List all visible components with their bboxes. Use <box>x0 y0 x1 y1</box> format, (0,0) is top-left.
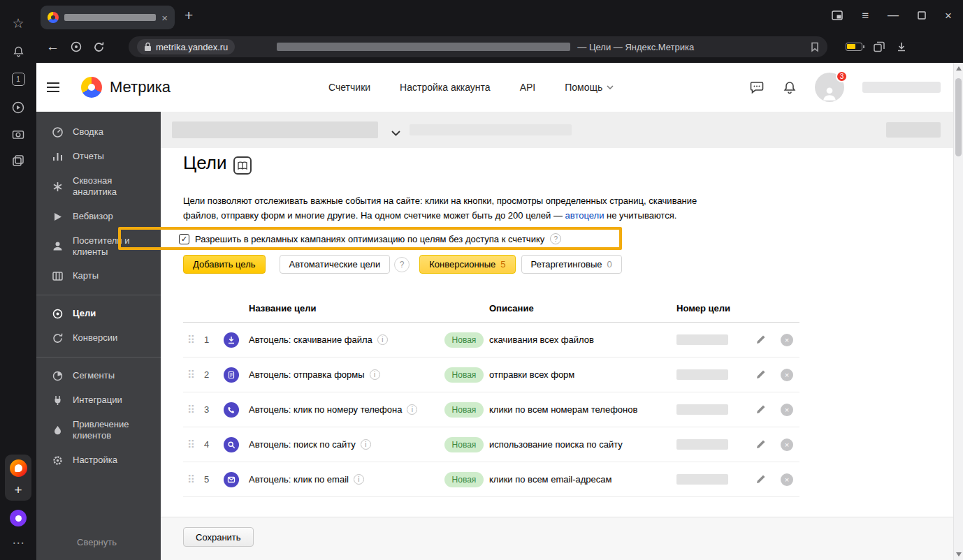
drag-handle-icon[interactable]: ⠿ <box>183 369 195 381</box>
goal-name[interactable]: Автоцель: клик по emaili <box>249 474 439 485</box>
counter-name-redacted[interactable] <box>172 121 378 138</box>
goal-name[interactable]: Автоцель: отправка формыi <box>249 369 439 380</box>
maximize-button[interactable] <box>918 11 926 20</box>
info-icon[interactable]: i <box>361 439 371 450</box>
sidebar-item-webvisor[interactable]: Вебвизор <box>36 205 161 229</box>
tab-close-icon[interactable]: × <box>161 13 168 23</box>
collections-icon[interactable] <box>13 155 24 166</box>
minimize-button[interactable]: — <box>888 9 899 22</box>
drag-handle-icon[interactable]: ⠿ <box>183 473 195 486</box>
hamburger-menu-icon[interactable] <box>46 82 60 93</box>
add-goal-button[interactable]: Добавить цель <box>183 255 266 274</box>
add-panel-button[interactable]: + <box>14 483 22 496</box>
reload-icon[interactable] <box>93 41 105 53</box>
lock-icon[interactable] <box>144 42 152 52</box>
auto-goals-help-icon[interactable]: ? <box>394 257 410 272</box>
video-play-icon[interactable] <box>12 101 24 114</box>
drag-handle-icon[interactable]: ⠿ <box>183 439 195 451</box>
info-icon[interactable]: i <box>370 369 380 380</box>
sidebar-item-reports[interactable]: Отчеты <box>36 145 161 169</box>
goal-name[interactable]: Автоцель: поиск по сайтуi <box>249 439 439 450</box>
auto-goals-button[interactable]: Автоматические цели <box>280 255 391 274</box>
nav-account-settings[interactable]: Настройка аккаунта <box>400 82 491 93</box>
back-button[interactable]: ← <box>46 39 59 54</box>
counter-info-redacted <box>410 124 572 135</box>
info-icon[interactable]: i <box>354 474 364 485</box>
page-title: Цели <box>183 152 227 174</box>
sidebar-item-conversions[interactable]: Конверсии <box>36 326 161 351</box>
counter-extra-redacted[interactable] <box>886 122 941 138</box>
retargeting-goals-tab[interactable]: Ретаргетинговые 0 <box>521 255 622 274</box>
browser-panel-card: + <box>5 455 31 501</box>
browser-tab[interactable]: × <box>41 6 175 29</box>
sidebar-item-summary[interactable]: Сводка <box>36 120 161 145</box>
tab-counter-icon[interactable]: 1 <box>12 73 25 86</box>
info-icon[interactable]: i <box>407 404 417 415</box>
nav-counters[interactable]: Счетчики <box>328 82 370 93</box>
drag-handle-icon[interactable]: ⠿ <box>183 404 195 416</box>
notifications-bell-icon[interactable] <box>13 45 24 57</box>
delete-icon[interactable]: × <box>781 439 793 451</box>
guide-book-button[interactable] <box>233 156 252 175</box>
app-header: Метрика Счетчики Настройка аккаунта API … <box>36 63 953 112</box>
goal-description: клики по всем номерам телефонов <box>489 404 676 415</box>
email-goal-icon <box>224 472 239 487</box>
user-name-redacted <box>862 82 941 93</box>
sidebar-item-settings[interactable]: Настройка <box>36 448 161 473</box>
panels-icon[interactable] <box>874 41 885 52</box>
browser-menu-icon[interactable]: ≡ <box>862 10 869 22</box>
sidebar-collapse-button[interactable]: Свернуть <box>77 537 117 547</box>
edit-pencil-icon[interactable] <box>755 334 766 345</box>
nav-help[interactable]: Помощь <box>565 82 614 93</box>
drag-handle-icon[interactable]: ⠿ <box>183 334 195 346</box>
conversion-goals-tab[interactable]: Конверсионные 5 <box>419 255 515 274</box>
address-bar[interactable]: metrika.yandex.ru — Цели — Яндекс.Метрик… <box>129 36 827 57</box>
delete-icon[interactable]: × <box>781 334 793 346</box>
counter-chevron-down-icon[interactable] <box>391 126 400 139</box>
row-number: 5 <box>204 474 224 485</box>
alice-assistant-icon[interactable] <box>10 510 27 526</box>
downloads-icon[interactable] <box>896 41 907 52</box>
sidebar-item-maps[interactable]: Карты <box>36 264 161 288</box>
goal-name[interactable]: Автоцель: клик по номеру телефонаi <box>249 404 439 415</box>
bookmark-icon[interactable] <box>811 42 819 52</box>
metrika-logo[interactable]: Метрика <box>81 77 171 98</box>
autogoals-link[interactable]: автоцели <box>565 210 604 221</box>
screenshot-camera-icon[interactable] <box>12 129 24 140</box>
nav-api[interactable]: API <box>520 82 536 93</box>
floating-window-icon[interactable] <box>832 10 843 20</box>
info-icon[interactable]: i <box>377 334 388 345</box>
edit-pencil-icon[interactable] <box>755 369 766 380</box>
sidebar-item-client-acquisition[interactable]: Привлечение клиентов <box>36 413 161 448</box>
bell-icon[interactable] <box>783 80 797 94</box>
sidebar-item-visitors[interactable]: Посетители и клиенты <box>36 229 161 265</box>
yandex-browser-logo-icon[interactable] <box>10 459 27 477</box>
battery-saver-icon[interactable] <box>846 43 862 51</box>
delete-icon[interactable]: × <box>781 404 793 416</box>
sidebar-item-integrations[interactable]: Интеграции <box>36 388 161 413</box>
delete-icon[interactable]: × <box>781 369 793 381</box>
edit-pencil-icon[interactable] <box>755 439 766 450</box>
more-options-icon[interactable]: ⋯ <box>13 536 24 550</box>
edit-pencil-icon[interactable] <box>755 474 766 485</box>
goal-name[interactable]: Автоцель: скачивание файлаi <box>249 334 439 345</box>
sidebar-item-goals[interactable]: Цели <box>36 302 161 326</box>
new-tab-button[interactable]: + <box>184 7 193 24</box>
edit-pencil-icon[interactable] <box>755 404 766 415</box>
notifications-badge: 3 <box>836 71 848 82</box>
scrollbar-thumb[interactable] <box>955 78 962 156</box>
site-settings-icon[interactable] <box>71 41 82 52</box>
table-row: ⠿ 1 Автоцель: скачивание файлаi Новая ск… <box>183 323 799 358</box>
scroll-down-icon[interactable] <box>956 552 962 557</box>
page-scrollbar[interactable] <box>953 63 963 560</box>
scroll-up-icon[interactable] <box>956 66 962 71</box>
chat-icon[interactable] <box>749 80 765 95</box>
sidebar-item-cross-analytics[interactable]: Сквозная аналитика <box>36 169 161 205</box>
delete-icon[interactable]: × <box>781 473 793 486</box>
optimization-checkbox[interactable]: ✓ <box>179 234 189 244</box>
help-question-icon[interactable]: ? <box>550 233 561 244</box>
save-button[interactable]: Сохранить <box>183 527 254 547</box>
sidebar-item-segments[interactable]: Сегменты <box>36 364 161 388</box>
favorites-star-icon[interactable]: ☆ <box>12 17 24 30</box>
close-button[interactable]: × <box>945 10 952 22</box>
